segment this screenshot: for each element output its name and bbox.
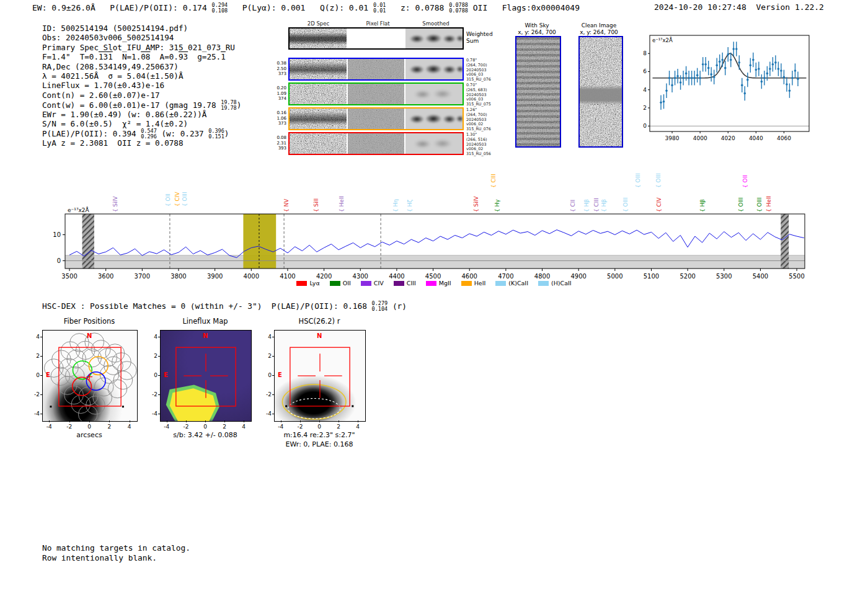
text-segment: OII Flags:0x00004049 [468,3,580,12]
compass-north-label: N [203,332,208,339]
text-segment: Obs: 20240503v006_5002514194 [42,33,174,42]
x-tick-label: 0 [83,424,95,430]
svg-text:e⁻¹⁷x2Å: e⁻¹⁷x2Å [68,207,90,213]
text-segment: S/N = 6.0(±0.5) χ² = 1.4(±0.2) [42,119,188,128]
annotation-line: 315_RU_056 [466,152,503,157]
text-segment: Cont(w) = 6.00(±0.01)e-17 (gmag 19.78 [42,100,221,110]
weighted-sum-row [288,27,464,50]
svg-text:3800: 3800 [170,273,186,280]
x-tick-label: 0 [199,424,211,430]
fiber-positions-cutout: Fiber Positions N E arcsecs -4-4-2-20022… [25,313,155,447]
fiber-positions-title: Fiber Positions [42,317,136,326]
fiber-row-annotation: 0.70"(265, 683)20240503v006_03315_RU_075 [466,83,503,107]
x-tick-mark [224,420,225,422]
y-tick-label: 2 [146,353,157,359]
cleanimage-image [578,36,623,148]
fiber-2dspec-cell [290,59,347,79]
fiber-smoothed-cell [405,133,463,154]
text-segment: ID: 5002514194 (5002514194.pdf) [42,24,188,33]
svg-text:3900: 3900 [207,273,223,280]
fiber-2dspec-row [288,107,464,130]
svg-text:5100: 5100 [644,273,659,280]
legend-item-CIII: CIII [394,280,416,287]
footer-notes: No matching targets in catalog. Row inte… [42,543,190,562]
line-label-CIII: { CIII [490,174,497,188]
x-tick-label: 2 [218,424,231,430]
svg-text:10: 10 [53,231,61,238]
fiber-pixelflat-cell [348,84,405,104]
lineflux-map-title: Lineflux Map [160,317,250,326]
line-label-CIV: { CIV [174,191,180,207]
text-segment: ) [224,129,229,138]
text-segment: HSC-DEX : Possible Matches = 0 (within +… [42,301,372,311]
stacked-uncertainty: 0.010.01 [373,2,386,13]
smoothed-trace [405,84,463,104]
info-line: λ = 4021.56Å σ = 5.04(±1.50)Å [42,71,241,81]
line-label-Hβ: { Hβ [699,199,706,212]
svg-text:4400: 4400 [389,273,404,280]
stacked-uncertainty: 19.7819.78 [221,100,237,110]
left-value: 393 [272,146,286,151]
legend-label: MgII [439,280,451,287]
smoothed-trace [405,133,463,154]
left-value: 0.38 [272,61,286,66]
y-tick-mark [272,394,274,395]
line-label-OIII: { OIII [738,197,744,212]
withsky-title-text: With Sky [509,22,565,29]
svg-text:3980: 3980 [665,135,680,141]
stacked-uncertainty: 0.3960.151 [208,128,224,139]
withsky-image [515,36,561,148]
fiber-2dspec-cell [290,109,347,129]
y-tick-label: -4 [260,411,272,417]
y-tick-label: 2 [29,353,40,359]
text-segment: ) [237,100,242,110]
info-line: EWr = 1.90(±0.49) (w: 0.86(±0.22))Å [42,110,241,119]
line-label-CII: { CII [570,200,576,212]
left-value: 2.50 [272,66,286,72]
x-tick-label: -4 [275,424,287,430]
legend-label: (K)CaII [508,280,528,287]
info-line: S/N = 6.0(±0.5) χ² = 1.4(±0.2) [42,119,241,128]
text-segment: F=1.4" T=0. [42,52,99,61]
x-tick-label: -2 [63,424,76,430]
text-segment: (r) [388,301,407,311]
left-value: 0.08 [272,135,286,141]
x-tick-mark [186,420,187,422]
fiber-row-left-values: 0.201.09374 [272,86,286,102]
x-tick-label: -2 [180,424,192,430]
fiber-pixelflat-cell [348,109,405,129]
compass-east-label: E [46,371,50,378]
text-segment: 131 [99,52,113,61]
x-tick-label: 2 [332,424,345,430]
hsc-r-image: N E [274,330,366,422]
fiber-positions-image: N E [42,330,138,422]
left-value: 373 [272,121,286,127]
legend-label: (H)CaII [551,280,572,287]
x-tick-label: -4 [43,424,55,430]
x-tick-mark [300,420,301,422]
main-spectrum-plot: 3500360037003800390040004100420043004400… [34,164,852,295]
withsky-title: With Sky x, y: 264, 700 [509,22,565,36]
line-label-NV: { NV [283,198,290,212]
fiber-row-left-values: 0.082.31393 [272,135,286,151]
withsky-noise [516,37,560,146]
trace-band [290,59,347,79]
lineflux-sb-label: s/b: 3.42 +/- 0.088 [148,431,263,439]
header-datetime-version: 2024-10-20 10:27:48 Version 1.22.2 [654,2,824,12]
x-tick-mark [89,420,90,422]
x-tick-mark [205,420,206,422]
info-line: P(LAE)/P(OII): 0.394 0.5470.296 (w: 0.23… [42,128,241,138]
y-tick-label: 4 [29,334,40,340]
weighted-smoothed-cell [405,29,463,48]
line-label-OIII: { OIII [756,197,763,212]
lineflux-overlay [161,331,251,421]
y-tick-mark [272,414,274,414]
fiber-2dspec-row [288,58,464,81]
svg-text:4200: 4200 [316,273,332,280]
legend-swatch [296,281,307,286]
fiber-row-left-values: 0.382.50373 [272,61,286,77]
x-tick-mark [109,420,110,422]
y-tick-mark [158,337,160,337]
compass-east-label: E [278,371,282,378]
x-tick-mark [49,420,50,422]
